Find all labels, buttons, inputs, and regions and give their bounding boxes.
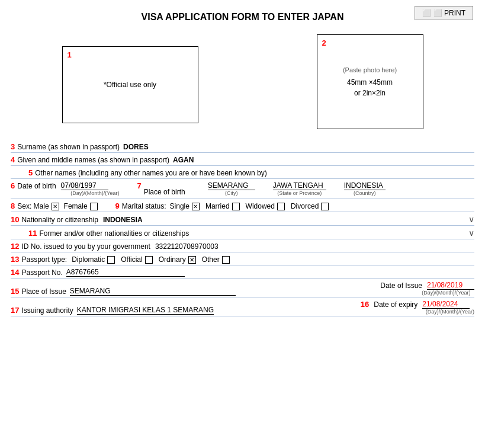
single-label: Single [170,202,189,210]
print-label: ⬜ PRINT [433,9,465,17]
field-10-label: Nationality or citizenship [21,216,98,224]
field-5-label: Other names (including any other names y… [35,169,267,177]
field-10-dropdown[interactable]: ∨ [468,215,474,224]
field-17-expiry-value: 21/08/2024 [422,300,470,309]
field-10-num: 10 [11,215,19,224]
print-button[interactable]: ⬜ ⬜ PRINT [415,6,473,20]
male-checkbox [52,203,59,210]
field-6-value: 07/08/1997 [61,181,108,190]
field-16-sub: (Day)/(Month)/(Year) [422,290,470,296]
field-12-num: 12 [11,242,19,251]
field-9-label: Marital status: [122,202,166,210]
field-9-num: 9 [115,201,120,210]
field-10-value: INDONESIA [103,216,143,224]
divorced-cb [321,203,329,210]
field-14-num: 14 [11,268,19,277]
photo-box: 2 (Paste photo here) 45mm ×45mm or 2in×2… [317,34,423,129]
state-value: JAWA TENGAH [273,181,326,190]
diplomatic-label: Diplomatic [72,255,105,264]
field-12-row: 12 ID No. issued to you by your governme… [11,241,474,252]
field-7-num: 7 [137,181,141,190]
official-use-box: 1 *Official use only [62,46,198,123]
official-use-text: *Official use only [104,81,156,89]
form-area: 3 Surname (as shown in passport) DORES 4… [11,141,474,316]
field-12-label: ID No. issued to you by your government [21,242,150,251]
country-value: INDONESIA [344,181,386,190]
photo-line2: 45mm ×45mm [347,78,393,87]
print-icon: ⬜ [422,9,431,17]
ordinary-label: Ordinary [159,255,186,264]
field-4-label: Given and middle names (as shown in pass… [17,156,169,164]
official-cb [145,256,153,264]
page-title: VISA APPLICATION FORM TO ENTER JAPAN [0,6,485,23]
state-block: JAWA TENGAH (State or Province) [273,181,326,196]
field-11-row: 11 Former and/or other nationalities or … [11,227,474,239]
field-3-num: 3 [11,142,15,151]
widowed-label: Widowed [246,202,275,210]
ordinary-cb [188,256,196,264]
married-label: Married [205,202,230,210]
field-10-row: 10 Nationality or citizenship INDONESIA … [11,213,474,226]
field-6-num: 6 [11,181,15,190]
photo-line1: (Paste photo here) [343,66,397,73]
male-cb [52,203,59,210]
field-11-label: Former and/or other nationalities or cit… [39,229,189,238]
female-cb [90,203,98,210]
state-sub: (State or Province) [273,190,326,196]
field-4-row: 4 Given and middle names (as shown in pa… [11,154,474,166]
married-checkbox [232,203,240,210]
field-13-num: 13 [11,255,19,264]
field-14-label: Passport No. [21,268,62,277]
diplomatic-checkbox [107,256,115,264]
female-label: Female [64,202,88,210]
date-expiry-block: 16 Date of expiry 21/08/2024 (Day)/(Mont… [361,300,474,315]
city-value: SEMARANG [208,181,255,190]
field-17-value: KANTOR IMIGRASI KELAS 1 SEMARANG [77,306,214,315]
other-cb [222,256,230,264]
field-3-value: DORES [123,143,149,151]
other-label: Other [202,255,220,264]
official-label: Official [121,255,142,264]
field-8-num: 8 [11,201,15,210]
field-8-label: Sex: Male [17,202,49,210]
field-15-num: 15 [11,287,19,296]
official-checkbox [145,256,153,264]
field-67-row: 6 Date of birth 07/08/1997 (Day)/(Month)… [11,180,474,199]
photo-line3: or 2in×2in [354,89,386,97]
divorced-checkbox [321,203,329,210]
country-sub: (Country) [344,190,386,196]
field-5-row: 5 Other names (including any other names… [11,167,474,179]
other-checkbox [222,256,230,264]
field-13-label: Passport type: [21,255,67,264]
field-17-label: Issuing authority [21,306,73,315]
diplomatic-cb [107,256,115,264]
field-15-label: Place of Issue [21,287,66,296]
field-1516-row: 15 Place of Issue SEMARANG Date of Issue… [11,280,474,297]
photo-area: 1 *Official use only 2 (Paste photo here… [24,34,461,129]
field-11-dropdown[interactable]: ∨ [468,228,474,238]
field-17-num: 17 [11,306,19,315]
field-3-row: 3 Surname (as shown in passport) DORES [11,141,474,153]
box2-number: 2 [322,39,326,47]
field-7-label: Place of birth [144,188,185,196]
city-sub: (City) [208,190,255,196]
box1-number: 1 [68,50,72,59]
field-11-num: 11 [28,229,37,238]
field-16-expiry-label-num: 16 [361,300,369,309]
field-3-label: Surname (as shown in passport) [17,143,120,151]
field-5-num: 5 [28,168,33,177]
country-block: INDONESIA (Country) [344,181,386,196]
field-17-row: 17 Issuing authority KANTOR IMIGRASI KEL… [11,299,474,316]
single-checkbox [192,203,200,210]
field-14-row: 14 Passport No. A8767665 [11,267,474,279]
field-89-row: 8 Sex: Male Female 9 Marital status: Sin… [11,200,474,212]
field-12-value: 3322120708970003 [155,242,219,251]
field-13-row: 13 Passport type: Diplomatic Official Or… [11,254,474,265]
widowed-cb [277,203,285,210]
divorced-label: Divorced [291,202,319,210]
female-checkbox [90,203,98,210]
field-16-label: Date of Issue [380,281,422,290]
city-block: SEMARANG (City) [208,181,255,196]
widowed-checkbox [277,203,285,210]
field-15-value: SEMARANG [70,287,236,296]
